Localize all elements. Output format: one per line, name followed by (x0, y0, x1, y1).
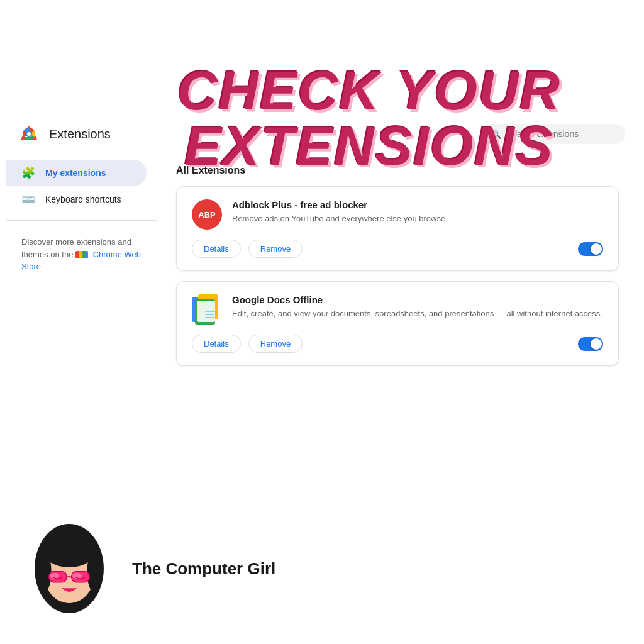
abp-logo: ABP (192, 199, 222, 230)
sidebar-divider (6, 220, 157, 221)
character-area: The Computer Girl (19, 512, 275, 625)
ext-info-gdocs: Google Docs Offline Edit, create, and vi… (232, 294, 603, 320)
sidebar-item-label: My extensions (45, 168, 106, 178)
gdocs-page-inner (197, 301, 215, 322)
svg-point-8 (43, 534, 95, 567)
chrome-logo-icon (19, 124, 39, 144)
ext-actions-gdocs: Details Remove (192, 335, 603, 353)
gdocs-details-button[interactable]: Details (192, 335, 241, 353)
ext-info-adblock: Adblock Plus - free ad blocker Remove ad… (232, 199, 603, 225)
page-title: Extensions (49, 127, 480, 142)
svg-point-4 (27, 132, 31, 136)
character-name: The Computer Girl (132, 559, 275, 579)
section-title: All Extensions (176, 165, 619, 176)
sidebar-item-label: Keyboard shortcuts (45, 194, 121, 204)
extensions-header: Extensions 🔍 (6, 116, 638, 152)
sidebar-discover: Discover more extensions and themes on t… (6, 228, 157, 280)
extension-card-gdocs: Google Docs Offline Edit, create, and vi… (176, 281, 619, 366)
extension-card-adblock: ABP Adblock Plus - free ad blocker Remov… (176, 186, 619, 271)
keyboard-icon: ⌨️ (21, 192, 35, 206)
gdocs-logo (192, 294, 222, 325)
content-area: All Extensions ABP Adblock Plus - free a… (157, 152, 638, 550)
extensions-ui-container: Extensions 🔍 🧩 My extensions ⌨️ Keyboard… (6, 116, 638, 550)
search-box[interactable]: 🔍 (480, 124, 625, 144)
ext-header-gdocs: Google Docs Offline Edit, create, and vi… (192, 294, 603, 325)
gdocs-remove-button[interactable]: Remove (248, 335, 303, 353)
ext-icon-adblock: ABP (192, 199, 222, 230)
gdocs-toggle[interactable] (578, 337, 603, 351)
adblock-remove-button[interactable]: Remove (248, 240, 303, 258)
sidebar: 🧩 My extensions ⌨️ Keyboard shortcuts Di… (6, 152, 157, 550)
ext-header-adblock: ABP Adblock Plus - free ad blocker Remov… (192, 199, 603, 230)
sidebar-item-my-extensions[interactable]: 🧩 My extensions (6, 160, 147, 186)
search-icon: 🔍 (491, 129, 501, 139)
ext-name-gdocs: Google Docs Offline (232, 294, 603, 305)
adblock-toggle[interactable] (578, 242, 603, 256)
ext-icon-gdocs (192, 294, 222, 325)
puzzle-icon: 🧩 (21, 166, 35, 180)
ext-actions-adblock: Details Remove (192, 240, 603, 258)
ext-desc-adblock: Remove ads on YouTube and everywhere els… (232, 213, 603, 225)
ext-desc-gdocs: Edit, create, and view your documents, s… (232, 308, 603, 320)
ext-name-adblock: Adblock Plus - free ad blocker (232, 199, 603, 210)
search-input[interactable] (506, 129, 615, 139)
main-layout: 🧩 My extensions ⌨️ Keyboard shortcuts Di… (6, 152, 638, 550)
gdocs-lines (205, 311, 216, 320)
adblock-details-button[interactable]: Details (192, 240, 241, 258)
character-illustration (19, 512, 119, 625)
headline-line1: CHECK YOUR (177, 59, 561, 121)
chrome-webstore-icon (75, 251, 88, 258)
sidebar-item-keyboard-shortcuts[interactable]: ⌨️ Keyboard shortcuts (6, 186, 147, 213)
